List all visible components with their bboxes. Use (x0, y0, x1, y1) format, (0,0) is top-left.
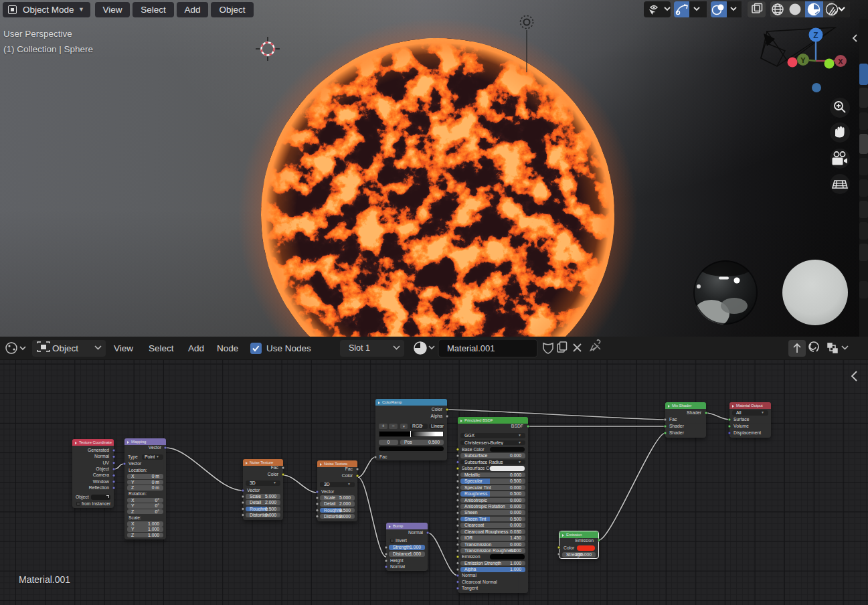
svg-text:Z: Z (813, 31, 818, 40)
svg-text:Y: Y (800, 56, 806, 64)
svg-text:X: X (838, 58, 843, 66)
